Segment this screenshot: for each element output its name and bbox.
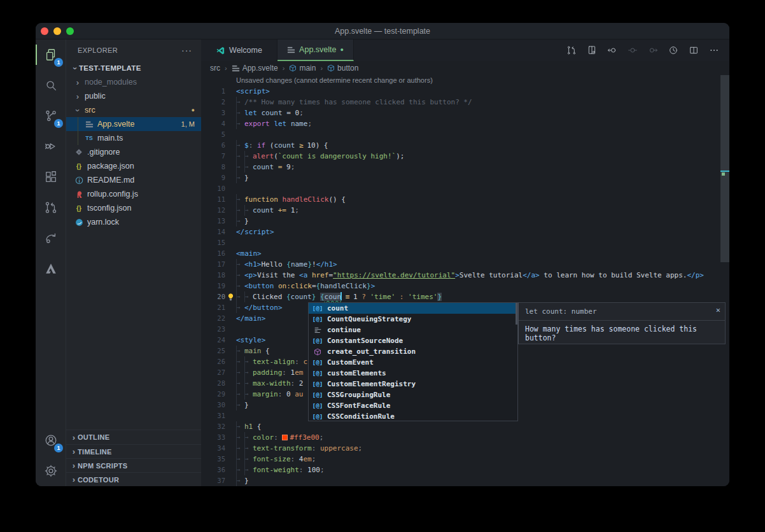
indent-guide: → bbox=[236, 205, 244, 216]
previous-change-button[interactable] bbox=[604, 43, 620, 59]
sidebar-section-timeline[interactable]: ›TIMELINE bbox=[66, 444, 201, 458]
tree-item-src[interactable]: ›src● bbox=[66, 103, 201, 117]
file-name: .gitignore bbox=[87, 148, 120, 157]
indent-guide bbox=[78, 117, 78, 131]
tree-item-app-svelte[interactable]: App.svelte1, M bbox=[66, 117, 201, 131]
tree-item-tsconfig-json[interactable]: {}tsconfig.json bbox=[66, 201, 201, 215]
timeline-history-button[interactable] bbox=[665, 43, 681, 59]
source-control-graph-button[interactable] bbox=[563, 43, 579, 59]
change-indicator-button[interactable] bbox=[624, 43, 640, 59]
activity-bar-item-run-debug[interactable] bbox=[36, 131, 66, 162]
code-line-4[interactable]: 4→export let name; bbox=[201, 118, 729, 129]
code-line-1[interactable]: 1<script> bbox=[201, 86, 729, 97]
next-change-button[interactable] bbox=[645, 43, 661, 59]
suggest-item-constantsourcenode[interactable]: [@]ConstantSourceNode bbox=[309, 335, 517, 346]
activity-bar-item-explorer[interactable]: 1 bbox=[36, 39, 66, 70]
tree-item-main-ts[interactable]: TSmain.ts bbox=[66, 131, 201, 145]
code-line-34[interactable]: 34→→text-transform: uppercase; bbox=[201, 443, 729, 454]
editor-actions bbox=[563, 39, 729, 61]
tree-item-yarn-lock[interactable]: yarn.lock bbox=[66, 215, 201, 229]
suggest-scrollbar[interactable] bbox=[516, 303, 517, 325]
code-line-12[interactable]: 12→→count += 1; bbox=[201, 205, 729, 216]
workspace-root-folder[interactable]: › TEST-TEMPLATE bbox=[66, 61, 201, 75]
code-line-33[interactable]: 33→→color: #ff3e00; bbox=[201, 432, 729, 443]
activity-bar-item-github-pr[interactable] bbox=[36, 192, 66, 223]
breadcrumb-item-main[interactable]: main bbox=[289, 64, 316, 73]
code-line-3[interactable]: 3→let count = 0; bbox=[201, 108, 729, 118]
tree-item-rollup-config-js[interactable]: rollup.config.js bbox=[66, 187, 201, 201]
sidebar-section-codetour[interactable]: ›CODETOUR bbox=[66, 472, 201, 486]
tree-item--gitignore[interactable]: .gitignore bbox=[66, 145, 201, 159]
suggest-item-cssfontfacerule[interactable]: [@]CSSFontFaceRule bbox=[309, 400, 517, 411]
breadcrumb-item-button[interactable]: button bbox=[327, 64, 358, 73]
indent-guide: → bbox=[244, 443, 253, 454]
breadcrumb-item-app-svelte[interactable]: App.svelte bbox=[232, 64, 278, 73]
code-line-15[interactable]: 15 bbox=[201, 237, 729, 248]
editor-scrollbar[interactable] bbox=[720, 75, 729, 262]
open-changes-button[interactable] bbox=[584, 43, 600, 59]
activity-bar-item-azure[interactable] bbox=[36, 253, 66, 284]
indent-guide bbox=[78, 131, 78, 145]
indent-guide: → bbox=[236, 151, 244, 162]
activity-bar-item-extensions[interactable] bbox=[36, 162, 66, 192]
code-line-19[interactable]: 19→<button on:click={handleClick}> bbox=[201, 281, 729, 291]
code-line-11[interactable]: 11→function handleClick() { bbox=[201, 194, 729, 205]
line-number: 30 bbox=[201, 400, 225, 410]
previous-change-icon bbox=[607, 45, 617, 55]
code-line-5[interactable]: 5 bbox=[201, 129, 729, 140]
more-actions-icon[interactable]: ··· bbox=[181, 45, 192, 55]
color-swatch[interactable] bbox=[282, 435, 288, 440]
code-line-16[interactable]: 16<main> bbox=[201, 248, 729, 259]
activity-bar-item-source-control[interactable]: 1 bbox=[36, 101, 66, 131]
code-line-14[interactable]: 14</script> bbox=[201, 227, 729, 237]
code-line-17[interactable]: 17→<h1>Hello {name}!</h1> bbox=[201, 259, 729, 270]
code-line-9[interactable]: 9→} bbox=[201, 172, 729, 183]
code-line-37[interactable]: 37→} bbox=[201, 475, 729, 486]
tab-welcome[interactable]: Welcome bbox=[201, 39, 277, 61]
tree-item-package-json[interactable]: {}package.json bbox=[66, 159, 201, 173]
suggest-item-continue[interactable]: continue bbox=[309, 325, 517, 335]
suggest-item-create_out_transition[interactable]: create_out_transition bbox=[309, 346, 517, 357]
code-line-7[interactable]: 7→→alert(`count is dangerously high!`); bbox=[201, 151, 729, 162]
lightbulb-icon[interactable] bbox=[227, 293, 235, 301]
activity-bar-item-accounts[interactable]: 1 bbox=[36, 425, 66, 456]
split-editor-button[interactable] bbox=[685, 43, 701, 59]
code-line-36[interactable]: 36→→font-weight: 100; bbox=[201, 465, 729, 475]
suggest-item-cssconditionrule[interactable]: [@]CSSConditionRule bbox=[309, 411, 517, 422]
line-number: 2 bbox=[201, 97, 225, 108]
sidebar-section-outline[interactable]: ›OUTLINE bbox=[66, 430, 201, 444]
activity-bar-item-settings[interactable] bbox=[36, 456, 66, 486]
code-line-18[interactable]: 18→<p>Visit the <a href="https://svelte.… bbox=[201, 270, 729, 281]
code-line-35[interactable]: 35→→font-size: 4em; bbox=[201, 454, 729, 465]
suggest-item-countqueuingstrategy[interactable]: [@]CountQueuingStrategy bbox=[309, 314, 517, 325]
tab-app-svelte[interactable]: App.svelte● bbox=[277, 39, 354, 61]
breadcrumb-item-src[interactable]: src bbox=[210, 64, 220, 73]
suggest-item-count[interactable]: [@]count bbox=[309, 303, 517, 314]
tree-item-readme-md[interactable]: README.md bbox=[66, 173, 201, 187]
close-icon[interactable]: ✕ bbox=[716, 305, 720, 314]
indent-guide: → bbox=[236, 259, 244, 270]
code-line-10[interactable]: 10 bbox=[201, 183, 729, 194]
code-line-20[interactable]: 20→→Clicked {count} {coun ≡ 1 ? 'time' :… bbox=[201, 291, 729, 302]
suggest-item-customelementregistry[interactable]: [@]CustomElementRegistry bbox=[309, 379, 517, 389]
activity-bar-item-search[interactable] bbox=[36, 70, 66, 101]
tree-item-public[interactable]: ›public bbox=[66, 89, 201, 103]
suggest-item-customelements[interactable]: [@]customElements bbox=[309, 368, 517, 379]
code-line-32[interactable]: 32→h1 { bbox=[201, 421, 729, 432]
code-line-2[interactable]: 2→/** How many times has someone clicked… bbox=[201, 97, 729, 108]
suggest-item-cssgroupingrule[interactable]: [@]CSSGroupingRule bbox=[309, 389, 517, 400]
suggest-item-customevent[interactable]: [@]CustomEvent bbox=[309, 357, 517, 368]
code-editor[interactable]: Unsaved changes (cannot determine recent… bbox=[201, 75, 729, 486]
line-number: 26 bbox=[201, 356, 225, 367]
code-line-6[interactable]: 6→$: if (count ≥ 10) { bbox=[201, 140, 729, 151]
suggest-docs-panel: let count: numberHow many times has some… bbox=[518, 302, 726, 344]
sidebar-section-npm-scripts[interactable]: ›NPM SCRIPTS bbox=[66, 458, 201, 472]
tree-item-node-modules[interactable]: ›node_modules bbox=[66, 75, 201, 89]
more-actions-button[interactable] bbox=[706, 43, 722, 59]
line-number: 16 bbox=[201, 248, 225, 259]
code-line-8[interactable]: 8→→count = 9; bbox=[201, 162, 729, 172]
activity-bar-item-live-share[interactable] bbox=[36, 223, 66, 253]
indent-guide: → bbox=[236, 162, 244, 172]
file-name: main.ts bbox=[97, 134, 123, 143]
code-line-13[interactable]: 13→} bbox=[201, 216, 729, 227]
